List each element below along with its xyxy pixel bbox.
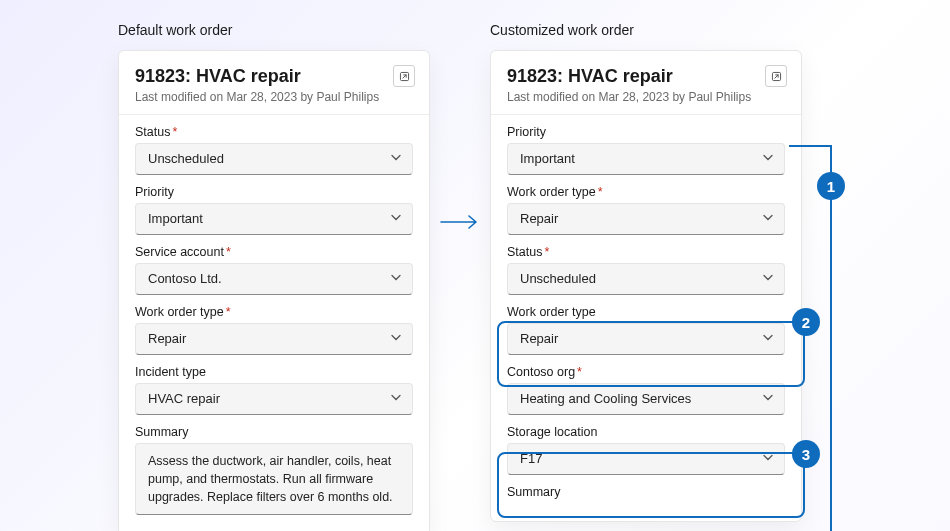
default-card: 91823: HVAC repair Last modified on Mar … [118, 50, 430, 531]
work-order-title: 91823: HVAC repair [507, 65, 785, 88]
contoso-org-label: Contoso org* [507, 365, 785, 379]
last-modified-text: Last modified on Mar 28, 2023 by Paul Ph… [135, 90, 413, 104]
status-select[interactable]: Unscheduled [507, 263, 785, 295]
work-order-title: 91823: HVAC repair [135, 65, 413, 88]
priority-select[interactable]: Important [507, 143, 785, 175]
customized-card: 91823: HVAC repair Last modified on Mar … [490, 50, 802, 522]
status-value: Unscheduled [148, 151, 224, 166]
required-asterisk: * [226, 305, 231, 319]
customized-heading: Customized work order [490, 22, 802, 38]
priority-field: Priority Important [507, 125, 785, 175]
callout-bubble-1: 1 [817, 172, 845, 200]
work-order-type-value: Repair [520, 211, 558, 226]
customized-work-order-column: Customized work order 91823: HVAC repair… [490, 22, 802, 522]
summary-label: Summary [135, 425, 413, 439]
callout-1-line-h [789, 145, 832, 147]
chevron-down-icon [762, 391, 774, 406]
service-account-field: Service account* Contoso Ltd. [135, 245, 413, 295]
callout-1-line-v [830, 145, 832, 531]
status-field: Status* Unscheduled [135, 125, 413, 175]
chevron-down-icon [762, 211, 774, 226]
required-asterisk: * [226, 245, 231, 259]
priority-value: Important [520, 151, 575, 166]
work-order-type-2-select[interactable]: Repair [507, 323, 785, 355]
status-value: Unscheduled [520, 271, 596, 286]
service-account-label: Service account* [135, 245, 413, 259]
work-order-type-value: Repair [148, 331, 186, 346]
priority-field: Priority Important [135, 185, 413, 235]
default-heading: Default work order [118, 22, 430, 38]
summary-field: Summary Assess the ductwork, air handler… [135, 425, 413, 515]
incident-type-field: Incident type HVAC repair [135, 365, 413, 415]
popout-icon[interactable] [765, 65, 787, 87]
card-body: Status* Unscheduled Priority Important S… [119, 115, 429, 532]
card-header: 91823: HVAC repair Last modified on Mar … [491, 51, 801, 115]
card-body: Priority Important Work order type* Repa… [491, 115, 801, 521]
contoso-org-select[interactable]: Heating and Cooling Services [507, 383, 785, 415]
status-label: Status* [507, 245, 785, 259]
chevron-down-icon [390, 331, 402, 346]
chevron-down-icon [390, 391, 402, 406]
summary-textarea[interactable]: Assess the ductwork, air handler, coils,… [135, 443, 413, 515]
work-order-type-2-label: Work order type [507, 305, 785, 319]
status-field: Status* Unscheduled [507, 245, 785, 295]
priority-select[interactable]: Important [135, 203, 413, 235]
popout-icon[interactable] [393, 65, 415, 87]
chevron-down-icon [762, 271, 774, 286]
work-order-type-label: Work order type* [135, 305, 413, 319]
service-account-value: Contoso Ltd. [148, 271, 222, 286]
storage-location-field: Storage location F17 [507, 425, 785, 475]
summary-label: Summary [507, 485, 785, 499]
work-order-type-select[interactable]: Repair [507, 203, 785, 235]
service-account-select[interactable]: Contoso Ltd. [135, 263, 413, 295]
required-asterisk: * [172, 125, 177, 139]
incident-type-value: HVAC repair [148, 391, 220, 406]
storage-location-label: Storage location [507, 425, 785, 439]
work-order-type-field: Work order type* Repair [135, 305, 413, 355]
required-asterisk: * [577, 365, 582, 379]
status-select[interactable]: Unscheduled [135, 143, 413, 175]
status-label: Status* [135, 125, 413, 139]
chevron-down-icon [762, 151, 774, 166]
priority-label: Priority [135, 185, 413, 199]
contoso-org-value: Heating and Cooling Services [520, 391, 691, 406]
work-order-type-select[interactable]: Repair [135, 323, 413, 355]
required-asterisk: * [598, 185, 603, 199]
work-order-type-field: Work order type* Repair [507, 185, 785, 235]
chevron-down-icon [762, 331, 774, 346]
work-order-type-2-field: Work order type Repair [507, 305, 785, 355]
default-work-order-column: Default work order 91823: HVAC repair La… [118, 22, 430, 531]
contoso-org-field: Contoso org* Heating and Cooling Service… [507, 365, 785, 415]
storage-location-value: F17 [520, 451, 542, 466]
storage-location-select[interactable]: F17 [507, 443, 785, 475]
chevron-down-icon [762, 451, 774, 466]
incident-type-select[interactable]: HVAC repair [135, 383, 413, 415]
required-asterisk: * [544, 245, 549, 259]
work-order-type-2-value: Repair [520, 331, 558, 346]
summary-field: Summary [507, 485, 785, 499]
callout-bubble-2: 2 [792, 308, 820, 336]
chevron-down-icon [390, 211, 402, 226]
chevron-down-icon [390, 271, 402, 286]
last-modified-text: Last modified on Mar 28, 2023 by Paul Ph… [507, 90, 785, 104]
card-header: 91823: HVAC repair Last modified on Mar … [119, 51, 429, 115]
chevron-down-icon [390, 151, 402, 166]
priority-label: Priority [507, 125, 785, 139]
priority-value: Important [148, 211, 203, 226]
transition-arrow [430, 22, 490, 232]
callout-bubble-3: 3 [792, 440, 820, 468]
incident-type-label: Incident type [135, 365, 413, 379]
work-order-type-label: Work order type* [507, 185, 785, 199]
